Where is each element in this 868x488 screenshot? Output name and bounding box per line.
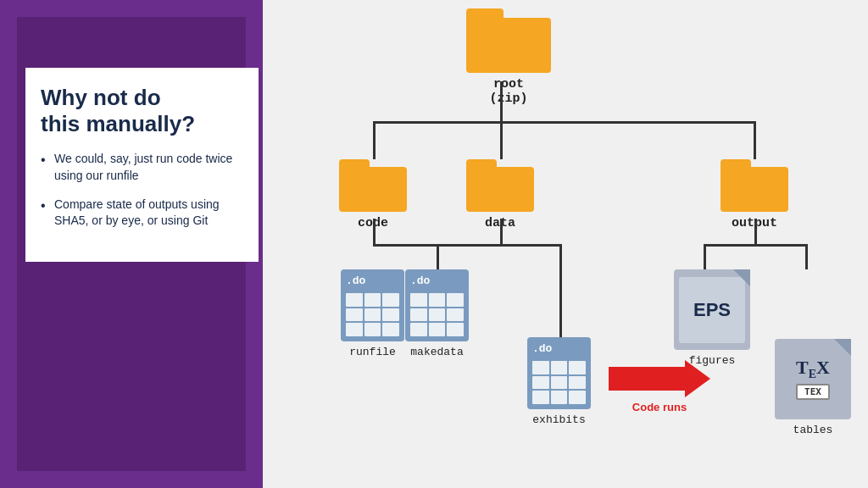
tree-v-tables — [805, 244, 808, 269]
eps-text: EPS — [693, 299, 731, 321]
folder-code-icon — [339, 159, 407, 212]
tree-line-h — [373, 121, 754, 124]
file-runfile-icon: .do — [341, 269, 404, 341]
tex-math: TEX — [796, 358, 830, 380]
exhibits-grid — [532, 361, 586, 404]
folder-root: root(zip) — [466, 8, 551, 106]
tree-v-exhibits — [559, 244, 562, 269]
eps-icon: EPS — [674, 269, 750, 350]
tree-h-data — [373, 244, 559, 247]
folder-data-icon — [466, 159, 534, 212]
runfile-grid — [346, 293, 399, 336]
file-figures: EPS figures — [674, 269, 750, 367]
runfile-label: runfile — [349, 346, 396, 358]
file-exhibits: .do exhibits — [527, 337, 591, 426]
tex-icon: TEX TEX — [775, 339, 851, 419]
bullet-item-2: Compare state of outputs using SHA5, or … — [41, 197, 243, 230]
tex-badge: TEX — [796, 384, 830, 400]
tree-v-data — [500, 219, 503, 246]
tables-label: tables — [793, 424, 833, 436]
arrow-shaft — [609, 367, 685, 391]
file-makedata-icon: .do — [405, 269, 469, 341]
arrow-label: Code runs — [632, 401, 687, 413]
runfile-do-label: .do — [346, 274, 365, 287]
file-tables: TEX TEX tables — [775, 339, 851, 436]
main-heading: Why not dothis manually? — [41, 85, 243, 137]
folder-root-icon — [466, 8, 551, 73]
file-exhibits-icon: .do — [527, 337, 591, 409]
makedata-do-label: .do — [410, 274, 430, 287]
tree-line-left-v — [373, 121, 376, 159]
folder-output-icon — [721, 159, 788, 212]
makedata-grid — [410, 293, 464, 336]
exhibits-label: exhibits — [532, 413, 585, 426]
tree-h-output — [704, 244, 805, 247]
bullet-list: We could, say, just run code twice using… — [41, 151, 243, 229]
diagram: root(zip) code data output — [288, 8, 865, 480]
tree-v-figures — [704, 244, 706, 269]
file-makedata: .do makedata — [405, 269, 469, 358]
tree-v-code — [373, 219, 376, 246]
tree-line-right-v — [754, 121, 756, 159]
tree-v-makedata — [437, 244, 439, 269]
bullet-item-1: We could, say, just run code twice using… — [41, 151, 243, 184]
eps-bg: EPS — [679, 277, 745, 343]
file-runfile: .do runfile — [341, 269, 404, 358]
tree-v-output — [754, 219, 757, 246]
code-runs-arrow: Code runs — [609, 360, 710, 413]
exhibits-do-label: .do — [532, 342, 552, 355]
folder-root-label: root(zip) — [489, 77, 527, 106]
makedata-label: makedata — [410, 346, 463, 358]
tree-v-exhibits-long — [559, 269, 562, 337]
figures-label: figures — [689, 354, 736, 367]
tree-line-root-v — [500, 81, 503, 124]
left-panel: Why not dothis manually? We could, say, … — [25, 68, 259, 262]
tree-line-mid-v — [500, 121, 503, 159]
